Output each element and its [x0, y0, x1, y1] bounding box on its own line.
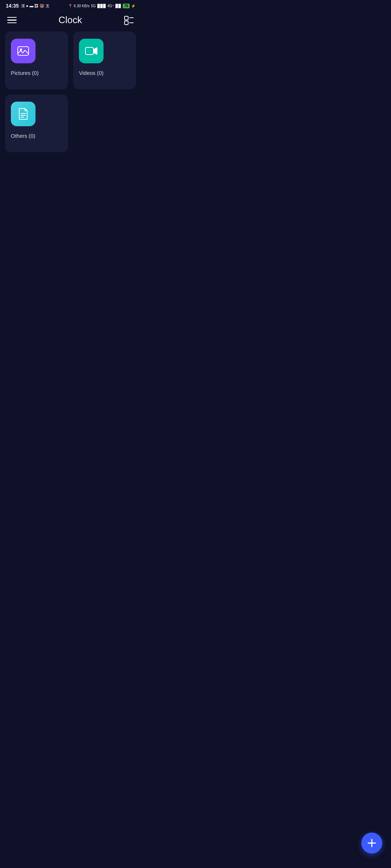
signal-bars: ▉▉▉ — [97, 4, 106, 8]
pictures-icon-bg — [11, 39, 35, 63]
others-item[interactable]: Others (0) — [5, 94, 68, 152]
signal-bars2: ▉▉ — [115, 4, 121, 8]
battery-level: 76 — [123, 4, 130, 8]
content-grid: Pictures (0) Videos (0) Others (0) — [0, 31, 141, 152]
video-icon — [84, 44, 98, 58]
status-bar: 14:35 漢 ● ▬ 🖼 🐻 支 📍 6.30 KB/s 5G ▉▉▉ 4G⁺… — [0, 0, 141, 10]
videos-label: Videos (0) — [79, 70, 104, 76]
others-icon-bg — [11, 102, 35, 126]
page-title: Clock — [58, 14, 82, 26]
location-icon: 📍 — [68, 4, 72, 8]
pay-icon: 支 — [46, 3, 50, 9]
svg-rect-0 — [125, 16, 128, 20]
svg-rect-1 — [125, 21, 128, 25]
menu-line-1 — [7, 17, 17, 18]
status-left: 14:35 漢 ● ▬ 🖼 🐻 支 — [6, 3, 50, 9]
list-view-icon — [124, 15, 134, 25]
photo-icon: 🖼 — [34, 4, 38, 8]
others-label: Others (0) — [11, 133, 35, 139]
avatar-icon: 🐻 — [39, 4, 45, 8]
pictures-item[interactable]: Pictures (0) — [5, 31, 68, 89]
image-icon — [16, 44, 30, 58]
signal-4g: 4G⁺ — [108, 4, 114, 8]
network-speed: 6.30 KB/s — [74, 4, 89, 8]
charging-icon: ⚡ — [131, 4, 135, 8]
menu-line-3 — [7, 22, 17, 24]
notification-icon: 漢 — [21, 3, 25, 9]
status-right: 📍 6.30 KB/s 5G ▉▉▉ 4G⁺ ▉▉ 76 ⚡ — [68, 4, 135, 8]
header: Clock — [0, 10, 141, 31]
svg-point-5 — [20, 48, 22, 51]
status-icons: 漢 ● ▬ 🖼 🐻 支 — [21, 3, 50, 9]
list-view-button[interactable] — [124, 15, 134, 25]
svg-rect-4 — [18, 47, 29, 55]
signal-5g: 5G — [91, 4, 96, 8]
svg-rect-6 — [85, 47, 93, 55]
menu-line-2 — [7, 20, 17, 21]
videos-icon-bg — [79, 39, 104, 63]
menu-button[interactable] — [7, 17, 17, 24]
sim-icon: ▬ — [29, 4, 33, 8]
status-time: 14:35 — [6, 3, 19, 9]
document-icon — [16, 107, 30, 121]
pictures-label: Pictures (0) — [11, 70, 39, 76]
message-icon: ● — [26, 4, 29, 8]
videos-item[interactable]: Videos (0) — [73, 31, 136, 89]
